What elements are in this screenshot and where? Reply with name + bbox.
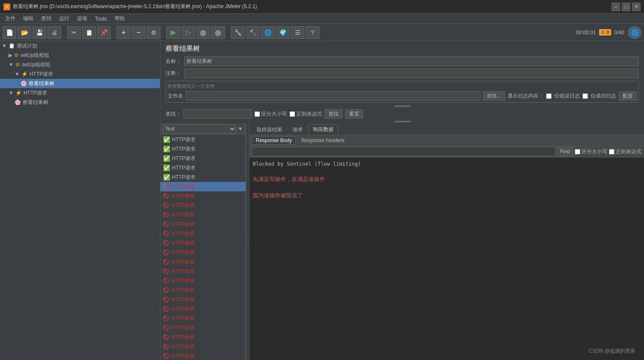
paste-button[interactable]: 📌 — [97, 26, 111, 39]
testplan-label: 测试计划 — [17, 42, 37, 50]
list-item-red-2[interactable]: 🚫 HTTP请求 — [160, 201, 245, 210]
list-item-red-13[interactable]: 🚫 HTTP请求 — [160, 304, 245, 314]
list-item-green-1[interactable]: ✅ HTTP请求 — [160, 135, 245, 144]
app-icon: ⚡ — [3, 3, 10, 10]
title-bar: ⚡ 察看结果树.jmx (D:\xxcl\LearningSoftware\ap… — [0, 0, 644, 14]
remote1-button[interactable]: 🌐 — [261, 26, 275, 39]
find-case-check[interactable]: 区分大小写 — [575, 148, 607, 155]
sub-tab-response-body[interactable]: Response Body — [252, 136, 296, 145]
comment-input[interactable] — [184, 68, 639, 78]
dropdown-arrow: ▼ — [238, 126, 243, 132]
find-btn[interactable]: Find — [557, 147, 573, 156]
list-item-green-5[interactable]: ✅ HTTP请求 — [160, 173, 245, 182]
list-button[interactable]: ☰ — [291, 26, 304, 39]
sidebar-item-setup2[interactable]: ▼ ⚙ setUp线程组 — [0, 60, 160, 69]
menu-find[interactable]: 查找 — [38, 14, 55, 23]
x-icon-r6: 🚫 — [163, 240, 169, 246]
tool1-button[interactable]: 🔧 — [231, 26, 245, 39]
minimize-button[interactable]: ─ — [612, 3, 620, 11]
copy-button[interactable]: 📋 — [82, 26, 96, 39]
global-settings-button[interactable]: 🌐 — [628, 26, 641, 39]
help-button[interactable]: ? — [306, 26, 319, 39]
remote2-button[interactable]: 🌍 — [276, 26, 290, 39]
list-item-red-10[interactable]: 🚫 HTTP请求 — [160, 276, 245, 286]
remove-button[interactable]: − — [132, 26, 145, 39]
sidebar-item-tree1[interactable]: 🌸 察看结果树 — [0, 79, 160, 88]
list-item-red-9[interactable]: 🚫 HTTP请求 — [160, 267, 245, 276]
open-button[interactable]: 📂 — [18, 26, 31, 39]
play-check-button[interactable]: ▷ — [181, 26, 195, 39]
list-item-red-17[interactable]: 🚫 HTTP请求 — [160, 342, 245, 351]
list-item-red-3[interactable]: 🚫 HTTP请求 — [160, 210, 245, 220]
list-item-red-14[interactable]: 🚫 HTTP请求 — [160, 314, 245, 323]
save-button[interactable]: 💾 — [32, 26, 46, 39]
x-icon-r7: 🚫 — [163, 250, 169, 256]
maximize-button[interactable]: □ — [622, 3, 630, 11]
list-item-red-8[interactable]: 🚫 HTTP请求 — [160, 257, 245, 267]
sidebar-item-http2[interactable]: ▼ ⚡ HTTP请求 — [0, 88, 160, 98]
list-item-red-7[interactable]: 🚫 HTTP请求 — [160, 248, 245, 257]
browse-button[interactable]: 浏览... — [483, 91, 505, 101]
saveas-button[interactable]: 🖨 — [47, 26, 61, 39]
name-input[interactable] — [184, 57, 639, 66]
list-item-red-4[interactable]: 🚫 HTTP请求 — [160, 220, 245, 229]
menu-run[interactable]: 运行 — [56, 14, 73, 23]
add-button[interactable]: + — [117, 26, 130, 39]
toolbar-status: 00:00:01 ⚠ 0 0/40 🌐 — [576, 26, 641, 39]
search-input[interactable] — [183, 109, 252, 119]
divider-handle-2 — [394, 121, 411, 122]
sidebar-item-tree2[interactable]: 🌸 察看结果树 — [0, 98, 160, 107]
expand-http1: ▼ — [15, 71, 20, 77]
menu-file[interactable]: 文件 — [2, 14, 19, 23]
find-input[interactable] — [252, 147, 555, 156]
sub-tab-response-headers[interactable]: Response headers — [298, 136, 349, 145]
detail-pane: 取样器结果 请求 响应数据 Response Body Response hea… — [249, 123, 644, 360]
list-item-red-11[interactable]: 🚫 HTTP请求 — [160, 286, 245, 295]
menu-options[interactable]: 选项 — [74, 14, 91, 23]
list-item-red-18[interactable]: 🚫 HTTP请求 — [160, 351, 245, 360]
tool2-button[interactable]: 🔨 — [246, 26, 260, 39]
menu-tools[interactable]: Tools — [92, 15, 110, 23]
list-item-red-6[interactable]: 🚫 HTTP请求 — [160, 238, 245, 248]
list-item-green-4[interactable]: ✅ HTTP请求 — [160, 163, 245, 173]
format-select[interactable]: Text — [163, 124, 236, 134]
tab-sampler-result[interactable]: 取样器结果 — [252, 125, 287, 135]
menu-edit[interactable]: 编辑 — [20, 14, 37, 23]
list-item-green-2[interactable]: ✅ HTTP请求 — [160, 144, 245, 154]
stop-all-button[interactable]: ⬤ — [211, 26, 225, 39]
play-button[interactable]: ▶ — [166, 26, 180, 39]
toolbar: 📄 📂 💾 🖨 ✂ 📋 📌 + − ⚙ ▶ ▷ ⬤ ⬤ 🔧 🔨 🌐 🌍 ☰ ? … — [0, 24, 644, 41]
stop-button[interactable]: ⬤ — [196, 26, 210, 39]
log-checkbox[interactable] — [546, 93, 552, 99]
list-item-red-16[interactable]: 🚫 HTTP请求 — [160, 333, 245, 342]
find-regex-check[interactable]: 正则表达式 — [609, 148, 641, 155]
errors-checkbox[interactable] — [582, 93, 588, 99]
cut-button[interactable]: ✂ — [67, 26, 81, 39]
case-sensitive-check[interactable]: 区分大小写 — [254, 110, 287, 118]
list-item-red-1[interactable]: 🚫 HTTP请求 — [160, 191, 245, 201]
sidebar-item-testplan[interactable]: ▼ 📋 测试计划 — [0, 41, 160, 51]
list-item-red-12[interactable]: 🚫 HTTP请求 — [160, 295, 245, 304]
config-button[interactable]: ⚙ — [147, 26, 160, 39]
list-item-active[interactable]: 🚫 HTTP请求 — [160, 182, 245, 191]
new-button[interactable]: 📄 — [3, 26, 16, 39]
tab-response-data[interactable]: 响应数据 — [308, 124, 338, 135]
list-pane: Text ▼ ✅ HTTP请求 ✅ HTTP请求 ✅ HTTP请求 — [160, 123, 246, 360]
regex-check[interactable]: 正则表达式 — [290, 110, 322, 118]
find-button[interactable]: 查找 — [325, 109, 343, 119]
search-row: 查找： 区分大小写 正则表达式 查找 重置 — [160, 108, 644, 120]
sidebar-item-setup1[interactable]: ▶ ⚙ setUp线程组 — [0, 51, 160, 60]
list-item-red-15[interactable]: 🚫 HTTP请求 — [160, 323, 245, 333]
list-item-red-5[interactable]: 🚫 HTTP请求 — [160, 229, 245, 238]
reset-button[interactable]: 重置 — [345, 109, 363, 119]
config-button[interactable]: 配置 — [619, 91, 637, 101]
vertical-resizer[interactable] — [246, 123, 249, 360]
list-item-green-3[interactable]: ✅ HTTP请求 — [160, 154, 245, 163]
window-controls: ─ □ ✕ — [612, 3, 641, 11]
menu-help[interactable]: 帮助 — [111, 14, 128, 23]
tab-request[interactable]: 请求 — [288, 125, 307, 135]
file-row: 文件名 浏览... 显示日志内容： 仅错误日志 仅成功日志 配置 — [168, 91, 637, 101]
sidebar-item-http1[interactable]: ▼ ⚡ HTTP请求 — [0, 69, 160, 79]
close-button[interactable]: ✕ — [632, 3, 641, 11]
file-input[interactable] — [186, 91, 480, 101]
